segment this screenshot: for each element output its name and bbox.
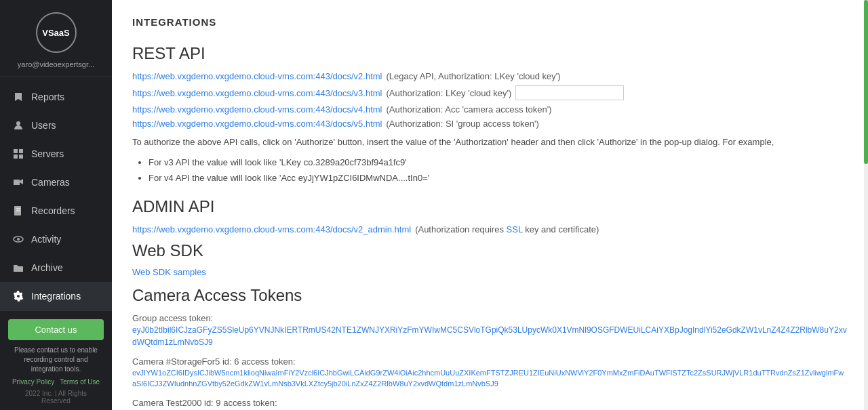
gear-icon bbox=[12, 290, 24, 302]
sidebar-label-servers: Servers bbox=[31, 148, 64, 159]
scrollbar[interactable] bbox=[864, 0, 868, 410]
sidebar-label-archive: Archive bbox=[31, 262, 63, 273]
admin-api-heading: ADMIN API bbox=[132, 197, 848, 216]
admin-api-row: https://web.vxgdemo.vxgdemo.cloud-vms.co… bbox=[132, 224, 848, 234]
sidebar-item-activity[interactable]: Activity bbox=[0, 225, 112, 253]
api-link-v3[interactable]: https://web.vxgdemo.vxgdemo.cloud-vms.co… bbox=[132, 88, 382, 98]
sidebar-item-servers[interactable]: Servers bbox=[0, 140, 112, 168]
camera-label-1: Camera Test2000 id: 9 access token: bbox=[132, 398, 277, 408]
svg-rect-3 bbox=[14, 155, 18, 159]
sidebar-item-cameras[interactable]: Cameras bbox=[0, 168, 112, 197]
ssl-link[interactable]: SSL bbox=[507, 224, 523, 234]
web-sdk-heading: Web SDK bbox=[132, 241, 848, 260]
websdk-samples-link[interactable]: Web SDK samples bbox=[132, 267, 206, 277]
sidebar-label-reports: Reports bbox=[31, 91, 64, 102]
api-link-row-v2: https://web.vxgdemo.vxgdemo.cloud-vms.co… bbox=[132, 71, 848, 81]
terms-link[interactable]: Terms of Use bbox=[60, 378, 100, 386]
api-link-row-v3: https://web.vxgdemo.vxgdemo.cloud-vms.co… bbox=[132, 85, 848, 100]
group-token-value: eyJ0b2tIbil6ICJzaGFyZS5SleUp6YVNJNkIERTR… bbox=[132, 324, 848, 348]
logo-circle: VSaaS bbox=[36, 12, 77, 53]
camera-label-0: Camera #StorageFor5 id: 6 access token: bbox=[132, 356, 296, 367]
api-link-v4-note: (Authorization: Acc 'camera access token… bbox=[387, 104, 552, 115]
main-content: INTEGRATIONS REST API https://web.vxgdem… bbox=[112, 0, 868, 410]
api-key-input[interactable] bbox=[515, 85, 624, 100]
folder-icon bbox=[12, 262, 24, 274]
sidebar-item-archive[interactable]: Archive bbox=[0, 253, 112, 282]
camera-value-0: evJIYW1oZCI6IDysICJibW5ncm1klioqNiwaImFi… bbox=[132, 367, 848, 390]
api-link-v4[interactable]: https://web.vxgdemo.vxgdemo.cloud-vms.co… bbox=[132, 104, 382, 115]
sidebar-label-users: Users bbox=[31, 120, 56, 131]
camera-tokens-heading: Camera Access Tokens bbox=[132, 286, 848, 305]
footer-links: Privacy Policy Terms of Use bbox=[8, 378, 104, 386]
camera-token-block-0: Camera #StorageFor5 id: 6 access token: … bbox=[132, 355, 848, 390]
api-link-row-v5: https://web.vxgdemo.vxgdemo.cloud-vms.co… bbox=[132, 119, 848, 129]
group-token-label: Group access token: bbox=[132, 313, 213, 323]
sidebar-item-users[interactable]: Users bbox=[0, 111, 112, 140]
api-link-v3-note: (Authorization: LKey 'cloud key') bbox=[387, 88, 512, 98]
bookmark-icon bbox=[12, 91, 24, 103]
admin-api-note: (Authorization requires SSL key and cert… bbox=[415, 224, 599, 234]
api-bullet-v4: For v4 API the value will look like 'Acc… bbox=[149, 171, 848, 185]
svg-rect-4 bbox=[19, 155, 23, 159]
camera-token-block-1: Camera Test2000 id: 9 access token: evJI… bbox=[132, 396, 848, 411]
rest-api-heading: REST API bbox=[132, 44, 848, 63]
logo-text: VSaaS bbox=[42, 28, 69, 38]
sidebar-item-recorders[interactable]: Recorders bbox=[0, 197, 112, 225]
file-icon bbox=[12, 205, 24, 217]
sidebar-label-activity: Activity bbox=[31, 234, 61, 245]
sidebar-label-cameras: Cameras bbox=[31, 177, 70, 188]
svg-point-9 bbox=[17, 238, 20, 241]
sidebar: VSaaS yaro@videoexpertsgr... Reports Use… bbox=[0, 0, 112, 410]
api-link-row-v4: https://web.vxgdemo.vxgdemo.cloud-vms.co… bbox=[132, 104, 848, 115]
api-link-v2[interactable]: https://web.vxgdemo.vxgdemo.cloud-vms.co… bbox=[132, 71, 382, 81]
sidebar-item-reports[interactable]: Reports bbox=[0, 83, 112, 111]
api-link-v5[interactable]: https://web.vxgdemo.vxgdemo.cloud-vms.co… bbox=[132, 119, 382, 129]
eye-icon bbox=[12, 233, 24, 245]
svg-rect-1 bbox=[14, 149, 18, 153]
sidebar-nav: Reports Users Servers Cameras bbox=[0, 77, 112, 310]
contact-button[interactable]: Contact us bbox=[8, 319, 104, 340]
sidebar-item-integrations[interactable]: Integrations bbox=[0, 282, 112, 310]
username-label: yaro@videoexpertsgr... bbox=[18, 60, 94, 68]
contact-area: Contact us Please contact us to enable r… bbox=[0, 310, 112, 410]
copyright: 2022 Inc. | All Rights Reserved bbox=[8, 386, 104, 409]
api-link-v5-note: (Authorization: SI 'group access token') bbox=[387, 119, 539, 129]
authorize-note: To authorize the above API calls, click … bbox=[132, 136, 848, 149]
svg-rect-2 bbox=[19, 149, 23, 153]
user-icon bbox=[12, 119, 24, 131]
privacy-policy-link[interactable]: Privacy Policy bbox=[12, 378, 54, 386]
admin-api-link[interactable]: https://web.vxgdemo.vxgdemo.cloud-vms.co… bbox=[132, 224, 411, 234]
sidebar-label-integrations: Integrations bbox=[31, 291, 81, 302]
grid-icon bbox=[12, 148, 24, 160]
api-bullets: For v3 API the value will look like 'LKe… bbox=[149, 156, 848, 185]
group-token-block: Group access token: eyJ0b2tIbil6ICJzaGFy… bbox=[132, 312, 848, 348]
contact-description: Please contact us to enable recording co… bbox=[8, 346, 104, 374]
page-title: INTEGRATIONS bbox=[132, 16, 848, 28]
sidebar-label-recorders: Recorders bbox=[31, 205, 75, 216]
api-link-v2-note: (Legacy API, Authorization: LKey 'cloud … bbox=[387, 71, 561, 81]
logo-area: VSaaS yaro@videoexpertsgr... bbox=[0, 0, 112, 77]
api-bullet-v3: For v3 API the value will look like 'LKe… bbox=[149, 156, 848, 169]
scrollbar-thumb[interactable] bbox=[864, 0, 868, 164]
svg-point-0 bbox=[16, 121, 20, 125]
camera-icon bbox=[12, 176, 24, 188]
